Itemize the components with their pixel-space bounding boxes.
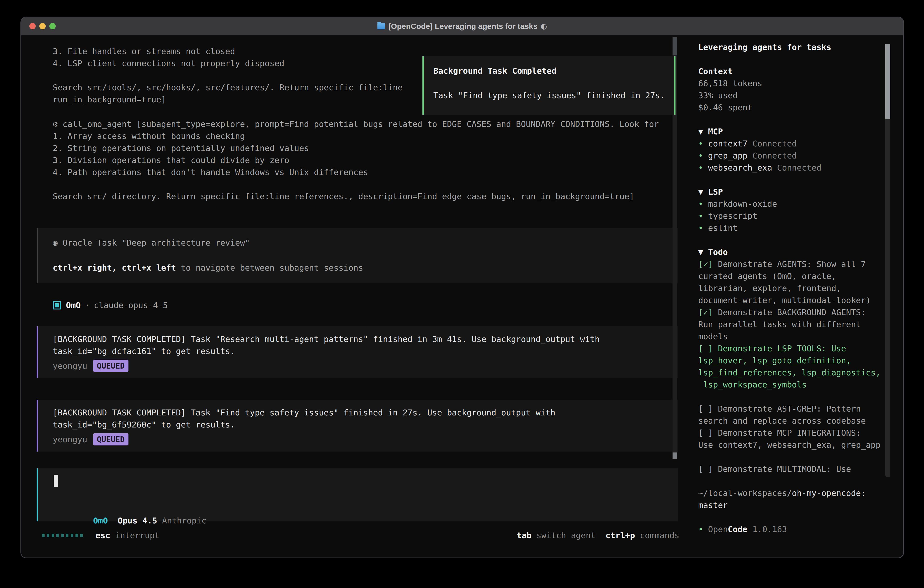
text-segment: Code: [728, 525, 747, 534]
zoom-button[interactable]: [50, 23, 56, 29]
working-indicator-dots: [42, 533, 83, 537]
sidebar-line: [ ] Demonstrate MCP INTEGRATIONS:: [698, 427, 887, 439]
sidebar-line: librarian, explore, frontend,: [698, 282, 887, 294]
text-segment: $0.46 spent: [698, 103, 752, 112]
content-area: 3. File handles or streams not closed4. …: [21, 35, 903, 558]
assistant-output-text: 3. File handles or streams not closed4. …: [53, 45, 403, 106]
input-model-name: Opus 4.5: [108, 516, 157, 525]
message-line: task_id="bg_6f59260c" to get results.: [53, 419, 678, 431]
close-button[interactable]: [29, 23, 36, 29]
text-segment: ▼ Todo: [698, 248, 728, 257]
text-line: [53, 69, 403, 81]
working-dot: [76, 533, 78, 537]
input-provider-name: Anthropic: [157, 516, 206, 525]
text-line: 3. File handles or streams not closed: [53, 45, 403, 57]
text-line: ⚙ call_omo_agent [subagent_type=explore,…: [53, 118, 659, 130]
sidebar-section-header[interactable]: ▼ MCP: [698, 126, 887, 137]
sidebar-scrollbar[interactable]: [885, 44, 890, 477]
text-segment: 33% used: [698, 91, 738, 100]
text-segment: websearch_exa: [708, 163, 772, 172]
text-segment: •: [698, 139, 708, 148]
text-segment: master: [698, 500, 728, 510]
sidebar-line: master: [698, 499, 887, 511]
text-segment: •: [698, 199, 708, 208]
notification-body: Task "Find type safety issues" finished …: [433, 89, 674, 101]
text-line: 4. Path operations that don't handle Win…: [53, 166, 659, 178]
sidebar-line: [698, 511, 887, 523]
text-segment: typescript: [708, 211, 757, 221]
oracle-task-box: ◉ Oracle Task "Deep architecture review"…: [36, 228, 678, 283]
minimize-button[interactable]: [40, 23, 46, 29]
background-task-message: [BACKGROUND TASK COMPLETED] Task "Resear…: [36, 326, 678, 378]
agent-session-header: OmO · claude-opus-4-5: [53, 299, 168, 311]
sidebar-line: [698, 53, 887, 65]
text-segment: [✓]: [698, 308, 713, 317]
sidebar-line: lsp_workspace_symbols: [698, 378, 887, 391]
sidebar-line: $0.46 spent: [698, 101, 887, 114]
text-segment: ▼ LSP: [698, 187, 723, 197]
status-badge: QUEUED: [93, 360, 129, 372]
app-window: [OpenCode] Leveraging agents for tasks ◐…: [20, 17, 904, 558]
text-segment: lsp_find_references, lsp_diagnostics,: [698, 368, 881, 377]
main-scrollbar-thumb[interactable]: [673, 37, 677, 55]
sidebar-line: • context7 Connected: [698, 137, 887, 150]
esc-key-label: interrupt: [110, 531, 160, 540]
document-icon: [378, 23, 385, 29]
sidebar-line: lsp_find_references, lsp_diagnostics,: [698, 367, 887, 378]
working-dot: [66, 533, 68, 537]
separator-dot: ·: [81, 299, 94, 311]
model-selector[interactable]: OmO Opus 4.5 Anthropic: [54, 502, 206, 515]
sidebar-section-header[interactable]: ▼ LSP: [698, 186, 887, 198]
esc-key-hint: esc: [96, 531, 110, 540]
sidebar-line: 33% used: [698, 89, 887, 101]
message-line: [BACKGROUND TASK COMPLETED] Task "Find t…: [53, 406, 678, 419]
sidebar-line: [698, 114, 887, 126]
text-segment: 66,518 tokens: [698, 79, 762, 88]
text-segment: ctrl+x right, ctrl+x left: [53, 263, 176, 273]
message-meta: yeongyu QUEUED: [53, 433, 678, 446]
sidebar-line: search and replace across codebase: [698, 415, 887, 427]
text-segment: Leveraging agents for tasks: [698, 43, 831, 52]
sidebar-section-header[interactable]: ▼ Todo: [698, 246, 887, 258]
text-segment: Demonstrate AGENTS: Show all 7: [713, 259, 866, 269]
status-left: esc interrupt: [42, 531, 160, 540]
text-segment: •: [698, 525, 708, 534]
sidebar-line: • typescript: [698, 210, 887, 222]
text-segment: [ ] Demonstrate AST-GREP: Pattern: [698, 404, 861, 413]
text-line: Search src/tools/, src/hooks/, src/featu…: [53, 81, 403, 93]
title-bar[interactable]: [OpenCode] Leveraging agents for tasks ◐: [21, 17, 903, 35]
working-dot: [56, 533, 59, 537]
text-segment: 1.0.163: [747, 525, 787, 534]
traffic-lights: [29, 23, 56, 29]
sidebar-line: Leveraging agents for tasks: [698, 41, 887, 53]
text-segment: context7: [708, 139, 747, 148]
text-segment: markdown-oxide: [708, 199, 777, 208]
sidebar-line: • markdown-oxide: [698, 198, 887, 210]
sidebar: Leveraging agents for tasks Context66,51…: [698, 41, 887, 535]
sidebar-line: [698, 391, 887, 403]
sidebar-scrollbar-thumb[interactable]: [885, 44, 890, 119]
text-segment: •: [698, 211, 708, 221]
text-segment: Connected: [747, 151, 797, 160]
moon-icon: ◐: [541, 22, 547, 30]
sidebar-line: • eslint: [698, 222, 887, 234]
text-segment: Use context7, websearch_exa, grep_app: [698, 440, 881, 449]
sidebar-line: [ ] Demonstrate AST-GREP: Pattern: [698, 403, 887, 415]
sidebar-line: Context: [698, 65, 887, 77]
status-badge: QUEUED: [93, 433, 129, 446]
text-segment: curated agents (OmO, oracle,: [698, 271, 836, 281]
main-scrollbar-bottom-thumb[interactable]: [673, 453, 677, 459]
sidebar-line: ~/local-workspaces/oh-my-opencode:: [698, 487, 887, 499]
text-segment: •: [698, 163, 708, 172]
sidebar-line: 66,518 tokens: [698, 77, 887, 89]
sidebar-line: curated agents (OmO, oracle,: [698, 270, 887, 282]
prompt-input[interactable]: OmO Opus 4.5 Anthropic: [36, 468, 678, 521]
sidebar-line: Run parallel tasks with different: [698, 318, 887, 330]
text-segment: to navigate between subagent sessions: [176, 263, 363, 273]
tab-key-label: switch agent: [531, 531, 596, 540]
input-agent-name: OmO: [93, 516, 108, 525]
text-line: 4. LSP client connections not properly d…: [53, 57, 403, 69]
text-line: 3. Division operations that could divide…: [53, 154, 659, 166]
working-dot: [52, 533, 54, 537]
text-line: [53, 178, 659, 190]
